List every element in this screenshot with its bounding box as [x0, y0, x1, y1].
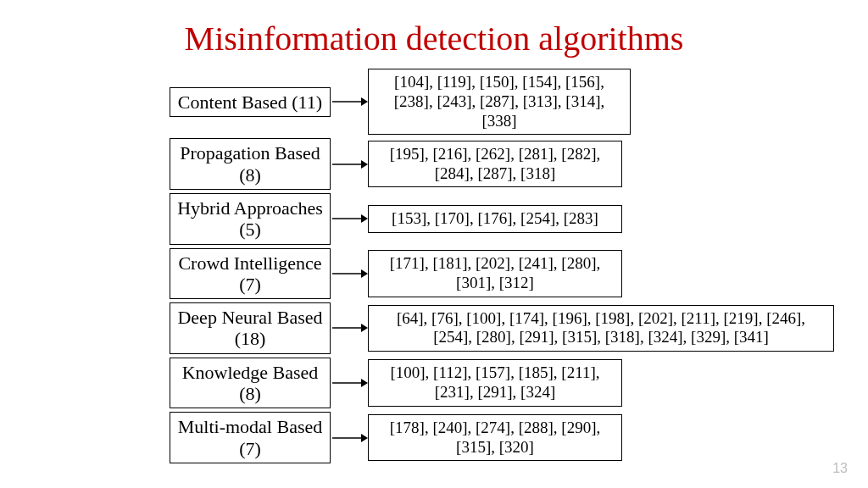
svg-marker-3	[361, 160, 368, 169]
category-label: Hybrid Approaches (5)	[170, 193, 331, 245]
diagram-rows: Content Based (11) [104], [119], [150], …	[0, 69, 868, 463]
category-label: Propagation Based (8)	[170, 138, 331, 190]
category-label: Deep Neural Based (18)	[170, 302, 331, 354]
svg-marker-13	[361, 434, 368, 442]
arrow-icon	[331, 158, 368, 170]
refs-box: [104], [119], [150], [154], [156], [238]…	[368, 69, 631, 135]
category-label: Crowd Intelligence (7)	[170, 248, 331, 300]
refs-box: [171], [181], [202], [241], [280], [301]…	[368, 250, 622, 297]
slide-title: Misinformation detection algorithms	[0, 19, 868, 58]
refs-box: [100], [112], [157], [185], [211], [231]…	[368, 359, 622, 407]
refs-box: [195], [216], [262], [281], [282], [284]…	[368, 141, 622, 188]
category-row: Crowd Intelligence (7) [171], [181], [20…	[170, 248, 834, 300]
category-label: Knowledge Based (8)	[170, 358, 331, 409]
category-row: Deep Neural Based (18) [64], [76], [100]…	[170, 302, 834, 354]
refs-box: [178], [240], [274], [288], [290], [315]…	[368, 414, 622, 462]
arrow-icon	[331, 432, 368, 444]
category-row: Knowledge Based (8) [100], [112], [157],…	[170, 358, 834, 409]
category-row: Multi-modal Based (7) [178], [240], [274…	[170, 412, 834, 463]
category-label: Content Based (11)	[170, 87, 331, 117]
arrow-icon	[331, 268, 368, 280]
page-number: 13	[832, 461, 848, 476]
category-row: Hybrid Approaches (5) [153], [170], [176…	[170, 193, 834, 245]
svg-marker-5	[361, 214, 368, 223]
category-label: Multi-modal Based (7)	[170, 412, 331, 463]
refs-box: [153], [170], [176], [254], [283]	[368, 205, 622, 233]
category-row: Content Based (11) [104], [119], [150], …	[170, 69, 834, 135]
arrow-icon	[331, 96, 368, 108]
arrow-icon	[331, 377, 368, 389]
svg-marker-7	[361, 269, 368, 278]
refs-box: [64], [76], [100], [174], [196], [198], …	[368, 305, 834, 352]
arrow-icon	[331, 322, 368, 334]
category-row: Propagation Based (8) [195], [216], [262…	[170, 138, 834, 190]
svg-marker-1	[361, 97, 368, 106]
arrow-icon	[331, 213, 368, 225]
svg-marker-11	[361, 379, 368, 387]
svg-marker-9	[361, 324, 368, 332]
